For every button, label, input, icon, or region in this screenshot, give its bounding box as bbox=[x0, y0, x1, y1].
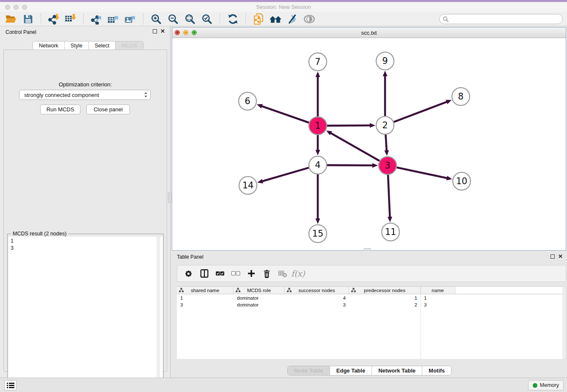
graph-edge-3-10[interactable] bbox=[397, 168, 452, 180]
graph-node-3[interactable]: 3 bbox=[379, 157, 396, 174]
zoom-selected-button[interactable] bbox=[198, 13, 215, 25]
import-table-button[interactable] bbox=[62, 13, 79, 25]
tab-mcds[interactable]: MCDS bbox=[116, 41, 143, 50]
close-panel-icon[interactable]: ✕ bbox=[160, 29, 165, 34]
tab-network-table[interactable]: Network Table bbox=[372, 366, 422, 375]
graph-edge-4-14[interactable] bbox=[257, 168, 309, 183]
open-session-button[interactable] bbox=[3, 13, 19, 25]
search-box[interactable] bbox=[439, 14, 563, 24]
deselect-all-button[interactable] bbox=[228, 267, 243, 280]
delete-table-icon bbox=[278, 270, 287, 278]
zoom-in-button[interactable] bbox=[148, 13, 165, 25]
graph-node-11[interactable]: 11 bbox=[382, 223, 399, 241]
memory-button[interactable]: Memory bbox=[528, 380, 564, 390]
close-panel-button[interactable]: Close panel bbox=[86, 105, 130, 114]
graph-node-7[interactable]: 7 bbox=[309, 53, 327, 71]
graph-edge-4-15[interactable] bbox=[316, 174, 320, 224]
save-session-button[interactable] bbox=[19, 13, 36, 25]
cell-successor-nodes[interactable]: 4 bbox=[285, 295, 349, 301]
cell-shared-name[interactable]: 1 bbox=[177, 295, 234, 301]
gear-button[interactable] bbox=[181, 267, 196, 280]
column-header-predecessor-nodes[interactable]: predecessor nodes bbox=[349, 287, 421, 294]
search-input[interactable] bbox=[449, 15, 562, 23]
close-table-panel-icon[interactable]: ✕ bbox=[558, 254, 563, 259]
svg-text:7: 7 bbox=[315, 57, 320, 67]
graph-node-8[interactable]: 8 bbox=[452, 88, 470, 105]
tab-select[interactable]: Select bbox=[89, 41, 116, 50]
network-canvas[interactable]: 7968124314101511 bbox=[172, 38, 566, 250]
float-table-panel-icon[interactable] bbox=[550, 254, 556, 259]
select-all-button[interactable] bbox=[212, 267, 228, 280]
horizontal-splitter-handle[interactable] bbox=[364, 248, 371, 251]
graph-edge-3-11[interactable] bbox=[388, 175, 392, 222]
graph-node-15[interactable]: 15 bbox=[309, 225, 327, 243]
column-header-name[interactable]: name bbox=[421, 287, 455, 294]
cell-predecessor-nodes[interactable]: 2 bbox=[349, 301, 421, 308]
graph-node-9[interactable]: 9 bbox=[376, 52, 394, 70]
graph-node-10[interactable]: 10 bbox=[453, 172, 471, 190]
export-network-button[interactable] bbox=[88, 13, 105, 25]
graph-node-14[interactable]: 14 bbox=[239, 177, 257, 194]
table-row[interactable]: 1dominator411 bbox=[177, 295, 563, 301]
export-table-button[interactable] bbox=[105, 13, 122, 25]
task-history-button[interactable] bbox=[4, 380, 17, 390]
graph-edge-1-6[interactable] bbox=[257, 104, 309, 123]
toolbar-separator bbox=[245, 14, 246, 25]
tab-node-table[interactable]: Node Table bbox=[288, 366, 330, 375]
apply-preferred-layout-button[interactable] bbox=[224, 13, 241, 25]
graph-node-4[interactable]: 4 bbox=[309, 156, 327, 174]
graph-edge-2-8[interactable] bbox=[394, 100, 452, 122]
graph-node-2[interactable]: 2 bbox=[376, 116, 394, 134]
first-neighbors-button[interactable] bbox=[267, 13, 284, 25]
graph-edge-4-3[interactable] bbox=[327, 163, 378, 168]
columns-button[interactable] bbox=[196, 267, 212, 280]
run-mcds-button[interactable]: Run MCDS bbox=[40, 105, 80, 114]
vertical-splitter-handle[interactable] bbox=[168, 193, 171, 203]
column-header-shared-name[interactable]: shared name bbox=[177, 287, 234, 294]
graph-node-6[interactable]: 6 bbox=[239, 92, 256, 110]
graph-edge-3-1[interactable] bbox=[326, 130, 380, 161]
hide-selected-button[interactable] bbox=[284, 13, 301, 25]
network-view-window: ✕ − + scc.txt 7968124314101511 bbox=[172, 27, 566, 251]
graph-edge-2-9[interactable] bbox=[383, 71, 388, 116]
result-scrollbar[interactable] bbox=[157, 237, 160, 392]
column-sort-icon bbox=[351, 288, 356, 293]
delete-row-button[interactable] bbox=[259, 267, 275, 280]
graph-edge-1-7[interactable] bbox=[316, 72, 320, 116]
export-image-button[interactable] bbox=[122, 13, 139, 25]
dropdown-stepper-icon bbox=[144, 92, 148, 98]
graph-edge-2-3[interactable] bbox=[384, 135, 389, 156]
zoom-fit-button[interactable] bbox=[182, 13, 198, 25]
tab-edge-table[interactable]: Edge Table bbox=[330, 366, 372, 375]
add-row-button[interactable] bbox=[243, 267, 259, 280]
criterion-dropdown[interactable]: strongly connected component bbox=[19, 90, 151, 100]
mcds-result-text[interactable]: 1 3 bbox=[8, 237, 162, 392]
column-header-successor-nodes[interactable]: successor nodes bbox=[285, 287, 349, 294]
float-panel-icon[interactable] bbox=[153, 29, 158, 34]
svg-text:4: 4 bbox=[315, 160, 320, 170]
new-network-from-selection-button[interactable] bbox=[250, 13, 267, 25]
list-icon bbox=[7, 382, 14, 388]
graph-edge-1-2[interactable] bbox=[327, 123, 375, 128]
import-network-button[interactable] bbox=[45, 13, 62, 25]
column-header-MCDS-role[interactable]: MCDS role bbox=[234, 287, 285, 294]
tab-style[interactable]: Style bbox=[65, 41, 89, 50]
graph-edge-1-4[interactable] bbox=[316, 135, 320, 155]
zoom-out-button[interactable] bbox=[165, 13, 182, 25]
function-builder-button: f(x) bbox=[290, 267, 306, 280]
network-window-titlebar[interactable]: ✕ − + scc.txt bbox=[172, 28, 566, 38]
table-row[interactable]: 3dominator323 bbox=[177, 301, 563, 308]
tab-network[interactable]: Network bbox=[33, 41, 65, 50]
cell-name[interactable]: 1 bbox=[421, 295, 455, 301]
column-sort-icon bbox=[287, 288, 292, 293]
tab-motifs[interactable]: Motifs bbox=[422, 366, 451, 375]
graph-node-1[interactable]: 1 bbox=[309, 117, 327, 135]
cell-predecessor-nodes[interactable]: 1 bbox=[349, 295, 421, 301]
cell-MCDS-role[interactable]: dominator bbox=[234, 301, 285, 308]
cell-successor-nodes[interactable]: 3 bbox=[285, 301, 349, 308]
table-scrollbar[interactable] bbox=[563, 286, 566, 359]
cell-name[interactable]: 3 bbox=[421, 301, 455, 308]
cell-shared-name[interactable]: 3 bbox=[177, 301, 234, 308]
cell-MCDS-role[interactable]: dominator bbox=[234, 295, 285, 301]
status-bar: Memory bbox=[0, 378, 567, 392]
